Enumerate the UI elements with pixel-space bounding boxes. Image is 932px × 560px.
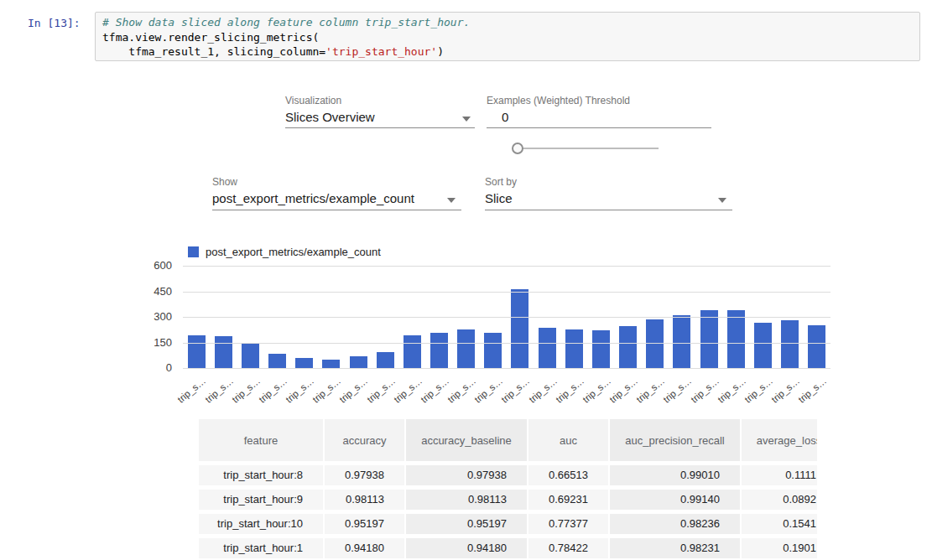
bar[interactable] [350,356,367,368]
y-tick-label: 450 [135,285,172,298]
table-body: trip_start_hour:80.979380.979380.665130.… [199,465,817,558]
legend-label: post_export_metrics/example_count [206,246,381,258]
bar[interactable] [377,352,394,368]
table-cell: 0.66513 [528,465,610,485]
sortby-value: Slice [485,191,513,205]
threshold-slider[interactable] [513,148,659,149]
gridline [183,343,830,344]
bar[interactable] [700,310,718,368]
chevron-down-icon [462,117,471,122]
gridline [183,368,830,369]
x-tick-label: trip_s… [419,376,450,405]
bar[interactable] [295,358,313,368]
y-tick-label: 150 [135,336,172,349]
y-tick-label: 300 [135,310,172,323]
bar[interactable] [619,326,637,368]
table-cell: 0.97938 [325,465,406,485]
bar[interactable] [430,333,448,368]
bar[interactable] [404,335,421,368]
bar[interactable] [539,328,556,368]
sortby-label: Sort by [485,176,517,188]
table-cell: 0.1901 [742,538,817,558]
bar[interactable] [215,336,232,368]
bar[interactable] [781,320,799,368]
code-string: 'trip_start_hour' [325,45,437,58]
x-tick-label: trip_s… [635,376,667,405]
bar[interactable] [268,354,286,368]
table-cell: 0.98113 [325,490,406,510]
table-cell: 0.98231 [610,538,742,558]
table-header: featureaccuracyaccuracy_baselineaucauc_p… [199,419,817,461]
bar[interactable] [457,329,475,368]
sortby-underline [485,210,732,210]
code-line-3: tfma_result_1, slicing_column='trip_star… [102,44,913,60]
x-tick-label: trip_s… [716,376,747,405]
bar[interactable] [592,330,610,368]
bar[interactable] [322,360,340,368]
code-line-2: tfma.view.render_slicing_metrics( [102,30,913,45]
bar[interactable] [484,333,502,368]
table-cell: 0.78422 [528,538,610,558]
table-cell: 0.77377 [528,514,610,534]
x-tick-label: trip_s… [473,376,505,405]
slider-knob[interactable] [512,143,523,154]
code-cell[interactable]: # Show data sliced along feature column … [95,12,920,61]
table-cell: 0.94180 [406,538,528,558]
header-cell: accuracy_baseline [406,419,528,461]
x-tick-label: trip_s… [527,376,559,405]
show-value: post_export_metrics/example_count [212,191,414,205]
gridline [183,317,830,318]
table-cell: 0.69231 [528,490,610,510]
x-tick-label: trip_s… [554,376,586,405]
x-tick-label: trip_s… [203,376,235,405]
x-tick-label: trip_s… [311,376,343,405]
show-label: Show [212,176,237,188]
visualization-label: Visualization [285,95,341,106]
show-underline [212,210,461,210]
x-tick-label: trip_s… [284,376,315,405]
x-tick-label: trip_s… [769,376,801,405]
threshold-underline [487,127,711,128]
x-tick-label: trip_s… [365,376,397,405]
table-cell: trip_start_hour:9 [199,490,325,510]
metrics-table: featureaccuracyaccuracy_baselineaucauc_p… [199,419,817,560]
table-cell: trip_start_hour:8 [199,465,325,485]
table-cell: 0.98236 [610,514,742,534]
bar[interactable] [511,289,528,368]
threshold-label: Examples (Weighted) Threshold [487,95,630,106]
chevron-down-icon [718,198,726,203]
gridline [183,292,830,293]
table-cell: 0.97938 [406,465,528,485]
table-row: trip_start_hour:80.979380.979380.665130.… [199,465,817,485]
bar[interactable] [754,323,772,368]
code-comment: # Show data sliced along feature column … [102,15,913,30]
chevron-down-icon [447,198,456,203]
bar[interactable] [808,325,825,368]
header-cell: auc_precision_recall [610,419,742,461]
x-tick-label: trip_s… [742,376,774,405]
y-tick-label: 0 [135,361,172,374]
legend-swatch [188,246,199,257]
bar[interactable] [646,319,664,368]
x-tick-label: trip_s… [607,376,639,405]
cell-prompt: In [13]: [28,17,81,29]
header-cell: average_loss [742,419,817,461]
header-cell: auc [528,419,610,461]
bar[interactable] [565,329,583,368]
x-tick-label: trip_s… [581,376,612,405]
x-tick-label: trip_s… [257,376,289,405]
visualization-value: Slices Overview [285,110,375,124]
table-row: trip_start_hour:10.941800.941800.784220.… [199,538,817,558]
table-cell: 0.95197 [406,514,528,534]
header-cell: accuracy [325,419,406,461]
x-tick-label: trip_s… [392,376,424,405]
table-cell: 0.1541 [742,514,817,534]
table-cell: 0.99140 [610,490,742,510]
bar[interactable] [188,335,206,368]
bar[interactable] [242,344,259,368]
bar[interactable] [727,310,745,368]
x-tick-label: trip_s… [176,376,208,405]
table-row: trip_start_hour:100.951970.951970.773770… [199,514,817,534]
x-tick-label: trip_s… [445,376,477,405]
x-tick-label: trip_s… [338,376,370,405]
